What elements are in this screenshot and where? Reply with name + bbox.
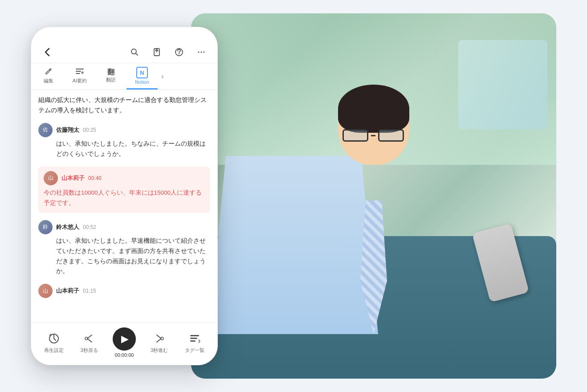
glasses: [342, 129, 405, 142]
timestamp-yamamoto: 00:40: [88, 175, 102, 181]
speaker-yamamoto-2: 山本莉子: [56, 287, 79, 295]
forward3-icon: [152, 331, 167, 346]
svg-rect-9: [190, 335, 199, 336]
tags-icon: [188, 331, 202, 346]
topbar-icons: [127, 45, 208, 59]
playback-settings-button[interactable]: 再生設定: [42, 331, 65, 354]
speaker-sato: 佐藤翔太: [56, 126, 79, 134]
back3-label: 3秒戻る: [81, 347, 98, 354]
phone-content: 編集 AI要約 翻 翻訳: [31, 27, 217, 365]
system-message: 組織の拡大に伴い、大規模のチームに適合する勤怠管理システムの導入を検討しています…: [38, 95, 210, 116]
timestamp-suzuki: 00:52: [83, 224, 96, 230]
forward3-label: 3秒進む: [151, 347, 168, 354]
message-yamamoto-text: 今の社員数は10000人ぐらい、年末には15000人に達する予定です。: [44, 188, 205, 208]
speaker-suzuki: 鈴木悠人: [56, 223, 79, 231]
ai-summary-icon: [75, 67, 84, 77]
tab-edit[interactable]: 編集: [33, 63, 64, 90]
message-sato: 佐 佐藤翔太 00:25 はい、承知いたしました。ちなみに、チームの規模はどのく…: [38, 123, 210, 159]
avatar-yamamoto: 山: [44, 171, 58, 185]
tab-bar: 編集 AI要約 翻 翻訳: [31, 63, 217, 90]
phone-topbar: [31, 40, 217, 63]
tab-ai-summary-label: AI要約: [73, 78, 87, 84]
tab-translate[interactable]: 翻 翻訳: [95, 63, 126, 90]
glass-left: [342, 129, 368, 142]
svg-point-0: [131, 49, 136, 54]
back-button[interactable]: [40, 45, 54, 59]
svg-point-3: [198, 52, 200, 53]
speaker-yamamoto: 山本莉子: [61, 174, 85, 182]
main-scene: 編集 AI要約 翻 翻訳: [31, 13, 556, 379]
playback-settings-icon: [47, 331, 61, 346]
play-icon: ▶: [121, 333, 129, 345]
timestamp-sato: 00:25: [83, 127, 96, 133]
svg-point-5: [204, 52, 205, 53]
avatar-sato: 佐: [38, 123, 53, 137]
glass-bridge: [371, 135, 375, 136]
search-button[interactable]: [127, 45, 142, 59]
phone-notch: [98, 27, 151, 40]
topbar-left: [40, 45, 54, 59]
play-time: 00:00:00: [115, 352, 134, 358]
notion-icon: N: [136, 67, 148, 78]
tab-notion[interactable]: N Notion: [126, 63, 158, 90]
share-button[interactable]: [150, 45, 164, 59]
player-controls: 再生設定 3秒戻る: [31, 327, 217, 358]
message-yamamoto-2: 山 山本莉子 01:15: [38, 284, 210, 300]
more-button[interactable]: [194, 45, 208, 59]
timestamp-yamamoto-2: 01:15: [83, 288, 96, 294]
message-suzuki: 鈴 鈴木悠人 00:52 はい、承知いたしました。早速機能について紹介させていた…: [38, 220, 210, 277]
play-main-button[interactable]: ▶ 00:00:00: [113, 327, 136, 358]
back3-button[interactable]: 3秒戻る: [77, 331, 101, 354]
playback-settings-label: 再生設定: [44, 347, 64, 354]
window-frame: [458, 40, 547, 129]
play-button-circle[interactable]: ▶: [113, 327, 136, 351]
message-yamamoto-highlight: 山 山本莉子 00:40 今の社員数は10000人ぐらい、年末には15000人に…: [38, 167, 210, 213]
player-bar: 再生設定 3秒戻る: [31, 323, 217, 365]
message-sato-text: はい、承知いたしました。ちなみに、チームの規模はどのくらいでしょうか。: [38, 139, 210, 159]
message-yamamoto-header: 山 山本莉子 00:40: [44, 171, 205, 185]
shirt: [209, 156, 378, 334]
edit-icon: [45, 67, 53, 77]
message-suzuki-text: はい、承知いたしました。早速機能について紹介させていただきたいです。まず画面の方…: [38, 236, 210, 277]
svg-point-4: [201, 52, 202, 53]
message-yamamoto-2-header: 山 山本莉子 01:15: [38, 284, 210, 298]
translate-icon: 翻: [107, 69, 114, 76]
hair: [338, 85, 409, 133]
svg-rect-10: [190, 338, 197, 339]
glass-right: [378, 129, 404, 142]
message-sato-header: 佐 佐藤翔太 00:25: [38, 123, 210, 137]
forward3-button[interactable]: 3秒進む: [148, 331, 171, 354]
chat-content: 組織の拡大に伴い、大規模のチームに適合する勤怠管理システムの導入を検討しています…: [31, 90, 217, 323]
back3-icon: [82, 331, 96, 346]
tags-label: タグ一覧: [185, 347, 204, 354]
tab-translate-label: 翻訳: [106, 77, 116, 83]
system-message-text: 組織の拡大に伴い、大規模のチームに適合する勤怠管理システムの導入を検討しています…: [38, 97, 207, 114]
tab-more[interactable]: ›: [158, 63, 167, 90]
help-button[interactable]: [172, 45, 186, 59]
tab-notion-label: Notion: [135, 79, 149, 85]
avatar-suzuki: 鈴: [38, 220, 53, 234]
background-photo: [191, 13, 556, 379]
message-suzuki-header: 鈴 鈴木悠人 00:52: [38, 220, 210, 234]
person-head: [338, 85, 409, 165]
avatar-yamamoto-2: 山: [38, 284, 53, 298]
svg-rect-11: [190, 340, 196, 342]
phone-ui: 編集 AI要約 翻 翻訳: [31, 27, 218, 365]
tab-ai-summary[interactable]: AI要約: [64, 63, 95, 90]
tags-button[interactable]: タグ一覧: [183, 331, 206, 354]
tab-edit-label: 編集: [44, 78, 53, 84]
